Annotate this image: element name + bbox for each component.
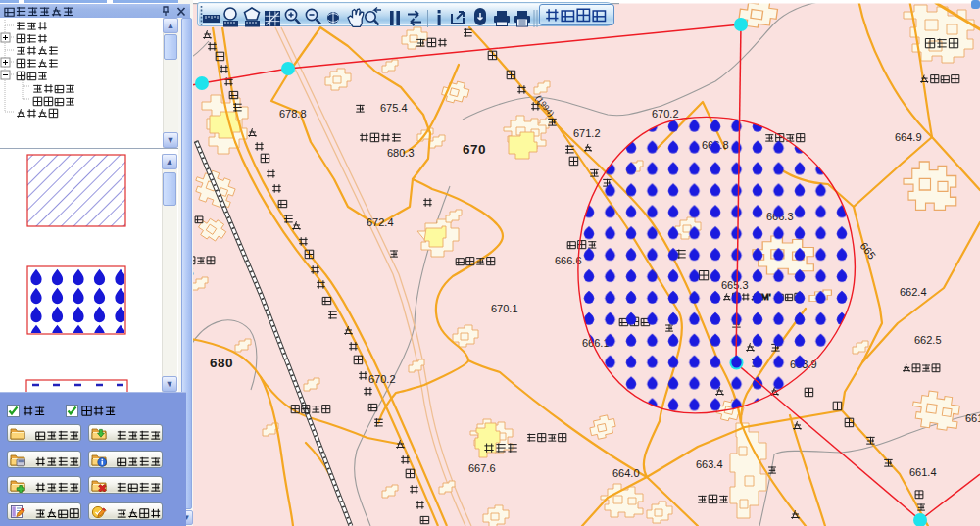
svg-text:667.6: 667.6 (468, 462, 496, 474)
svg-text:664.0: 664.0 (612, 467, 640, 479)
svg-text:661.4: 661.4 (909, 466, 937, 478)
svg-text:680.3: 680.3 (387, 147, 415, 159)
svg-text:662.4: 662.4 (900, 286, 927, 298)
svg-text:662.5: 662.5 (914, 334, 942, 346)
svg-text:680: 680 (210, 356, 233, 370)
svg-text:663.4: 663.4 (696, 458, 723, 470)
svg-text:670: 670 (463, 142, 486, 157)
svg-text:678.8: 678.8 (279, 108, 307, 120)
svg-text:664.9: 664.9 (895, 131, 922, 143)
svg-text:672.4: 672.4 (367, 216, 394, 228)
svg-text:675.4: 675.4 (380, 102, 408, 114)
svg-text:670.1: 670.1 (491, 303, 518, 314)
svg-text:671.2: 671.2 (573, 127, 601, 139)
svg-text:661: 661 (965, 412, 980, 424)
svg-text:670.2: 670.2 (652, 108, 679, 120)
svg-text:670.2: 670.2 (368, 373, 396, 385)
